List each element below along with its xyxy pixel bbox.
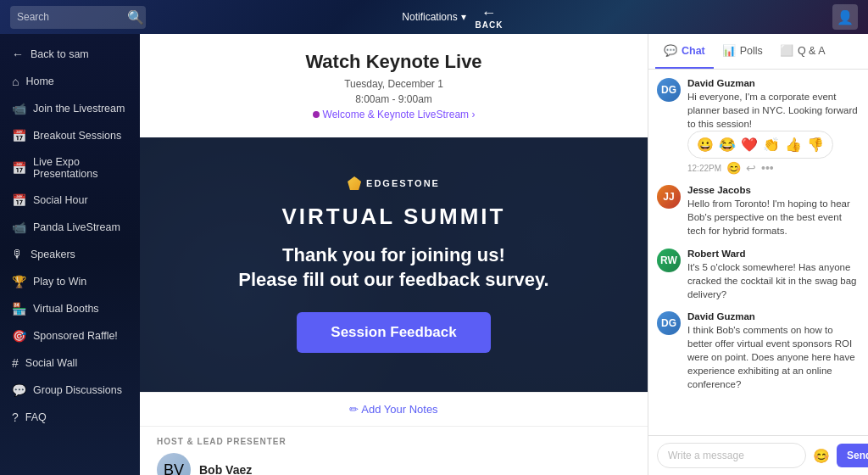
keynote-date: Tuesday, December 1 [157, 78, 631, 90]
tab-icon-polls: 📊 [722, 44, 736, 57]
live-dot [313, 111, 320, 118]
emoji-👍[interactable]: 👍 [785, 137, 802, 153]
keynote-time: 8:00am - 9:00am [157, 93, 631, 105]
sidebar-item-play-to-win[interactable]: 🏆 Play to Win [0, 268, 140, 295]
msg-sender-msg2: Jesse Jacobs [687, 185, 860, 195]
sidebar-item-social-wall[interactable]: # Social Wall [0, 349, 140, 377]
emoji-👏[interactable]: 👏 [763, 137, 780, 153]
chat-message-msg2: JJJesse JacobsHello from Toronto! I'm ho… [657, 185, 860, 238]
keynote-link-text: Welcome & Keynote LiveStream › [323, 109, 476, 120]
sidebar-item-back-to-sam[interactable]: ← Back to sam [0, 41, 140, 68]
keynote-link[interactable]: Welcome & Keynote LiveStream › [157, 109, 631, 120]
sidebar-label-back-to-sam: Back to sam [31, 48, 89, 60]
sidebar-label-live-expo: Live Expo Presentations [33, 156, 128, 180]
tab-label-qa: Q & A [798, 45, 826, 57]
tab-icon-qa: ⬜ [780, 44, 793, 57]
sidebar-icon-breakout-sessions: 📅 [12, 129, 26, 142]
session-feedback-button[interactable]: Session Feedback [297, 312, 490, 353]
sidebar-icon-join-livestream: 📹 [12, 102, 26, 115]
emoji-reaction-bar[interactable]: 😀😂❤️👏👍👎 [687, 131, 833, 159]
chat-messages: DGDavid GuzmanHi everyone, I'm a corpora… [648, 70, 868, 435]
send-button[interactable]: Send [837, 444, 868, 467]
sidebar-item-group-discussions[interactable]: 💬 Group Discussions [0, 377, 140, 404]
tab-chat[interactable]: 💬Chat [655, 34, 714, 69]
host-section-label: HOST & LEAD PRESENTER [157, 437, 631, 446]
emoji-❤️[interactable]: ❤️ [741, 137, 758, 153]
search-input[interactable] [17, 11, 127, 23]
msg-body-msg4: David GuzmanI think Bob's comments on ho… [687, 311, 860, 391]
add-notes-label: ✏ Add Your Notes [349, 403, 437, 416]
sidebar-item-join-livestream[interactable]: 📹 Join the Livestream [0, 95, 140, 122]
msg-reply-icon[interactable]: ↩ [746, 161, 756, 175]
sidebar-label-group-discussions: Group Discussions [33, 384, 122, 396]
chat-msg-row-msg3: RWRobert WardIt's 5 o'clock somewhere! H… [657, 249, 860, 301]
logo-gem-icon [348, 176, 361, 190]
promo-banner: EDGESTONE VIRTUAL SUMMIT Thank you for j… [140, 137, 648, 392]
sidebar-item-social-hour[interactable]: 📅 Social Hour [0, 187, 140, 214]
promo-content: EDGESTONE VIRTUAL SUMMIT Thank you for j… [221, 151, 565, 378]
search-box[interactable]: 🔍 [10, 6, 146, 29]
back-arrow-icon: ← [481, 5, 497, 20]
notifications-label: Notifications [402, 11, 457, 23]
top-header: 🔍 ← BACK Notifications ▾ 👤 [0, 0, 868, 34]
chat-input-row: 😊 Send [648, 435, 868, 475]
msg-timestamp: 12:22PM [687, 164, 721, 173]
promo-text: Thank you for joining us! Please fill ou… [238, 243, 548, 292]
sidebar-icon-panda-livestream: 📹 [12, 221, 26, 234]
sidebar-icon-sponsored-raffle: 🎯 [12, 329, 26, 343]
sidebar-label-sponsored-raffle: Sponsored Raffle! [33, 330, 118, 342]
sidebar-item-speakers[interactable]: 🎙 Speakers [0, 241, 140, 268]
sidebar-item-home[interactable]: ⌂ Home [0, 68, 140, 95]
add-notes-link[interactable]: ✏ Add Your Notes [349, 403, 437, 416]
chat-msg-row-msg1: DGDavid GuzmanHi everyone, I'm a corpora… [657, 78, 860, 131]
sidebar-icon-virtual-booths: 🏪 [12, 302, 26, 316]
notes-row: ✏ Add Your Notes [140, 392, 648, 426]
sidebar-icon-social-hour: 📅 [12, 193, 26, 207]
tab-polls[interactable]: 📊Polls [714, 34, 771, 69]
host-section: HOST & LEAD PRESENTER BV Bob Vaez [140, 426, 648, 475]
tab-qa[interactable]: ⬜Q & A [771, 34, 834, 69]
user-avatar-icon[interactable]: 👤 [832, 4, 858, 30]
sidebar-icon-home: ⌂ [12, 75, 19, 88]
msg-body-msg2: Jesse JacobsHello from Toronto! I'm hopi… [687, 185, 860, 238]
brand-name: EDGESTONE [366, 178, 440, 188]
msg-more-icon[interactable]: ••• [761, 161, 774, 175]
sidebar-icon-back-to-sam: ← [12, 48, 24, 61]
message-input[interactable] [657, 443, 806, 468]
emoji-input-icon[interactable]: 😊 [813, 448, 830, 464]
notifications-chevron-icon: ▾ [461, 11, 466, 23]
sidebar-item-panda-livestream[interactable]: 📹 Panda LiveStream [0, 214, 140, 241]
sidebar-label-home: Home [25, 75, 53, 87]
sidebar-item-faq[interactable]: ? FAQ [0, 404, 140, 431]
emoji-👎[interactable]: 👎 [807, 137, 824, 153]
sidebar-label-play-to-win: Play to Win [33, 276, 86, 288]
chat-message-msg1: DGDavid GuzmanHi everyone, I'm a corpora… [657, 78, 860, 175]
header-center: ← BACK [476, 5, 504, 30]
content-area: Watch Keynote Live Tuesday, December 1 8… [140, 34, 648, 475]
sidebar-item-live-expo[interactable]: 📅 Live Expo Presentations [0, 149, 140, 187]
sidebar-item-sponsored-raffle[interactable]: 🎯 Sponsored Raffle! [0, 322, 140, 349]
chat-msg-row-msg4: DGDavid GuzmanI think Bob's comments on … [657, 311, 860, 391]
emoji-😀[interactable]: 😀 [697, 137, 714, 153]
msg-avatar-msg2: JJ [657, 185, 681, 209]
msg-body-msg1: David GuzmanHi everyone, I'm a corporate… [687, 78, 860, 131]
sidebar-label-join-livestream: Join the Livestream [33, 103, 125, 115]
sidebar-item-breakout-sessions[interactable]: 📅 Breakout Sessions [0, 122, 140, 149]
summit-title: VIRTUAL SUMMIT [282, 204, 506, 230]
emoji-😂[interactable]: 😂 [719, 137, 736, 153]
notifications-button[interactable]: Notifications ▾ [402, 11, 465, 23]
sidebar-item-virtual-booths[interactable]: 🏪 Virtual Booths [0, 295, 140, 322]
msg-react-icon[interactable]: 😊 [726, 161, 741, 175]
sidebar-icon-social-wall: # [12, 356, 19, 370]
sidebar-label-breakout-sessions: Breakout Sessions [33, 130, 121, 142]
edgestone-logo: EDGESTONE [348, 176, 440, 190]
sidebar-label-speakers: Speakers [31, 249, 75, 260]
back-button[interactable]: ← BACK [476, 5, 504, 30]
msg-body-msg3: Robert WardIt's 5 o'clock somewhere! Has… [687, 249, 860, 301]
sidebar-label-faq: FAQ [25, 411, 47, 423]
sidebar: ← Back to sam ⌂ Home 📹 Join the Livestre… [0, 34, 140, 475]
panel-tabs: 💬Chat📊Polls⬜Q & A [648, 34, 868, 70]
msg-text-msg3: It's 5 o'clock somewhere! Has anyone cra… [687, 260, 860, 301]
host-row: BV Bob Vaez [157, 453, 631, 475]
msg-text-msg1: Hi everyone, I'm a corporate event plann… [687, 90, 860, 131]
